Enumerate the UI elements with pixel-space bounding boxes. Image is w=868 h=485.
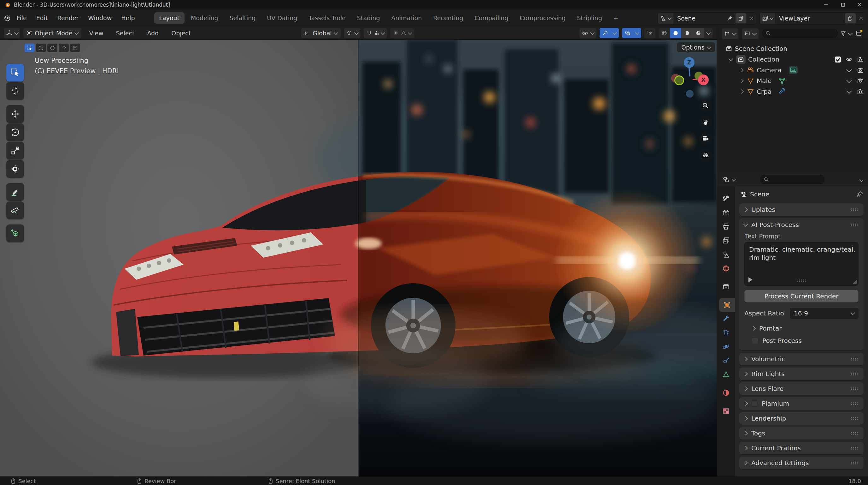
shading-wireframe-button[interactable] bbox=[658, 28, 670, 38]
tab-tassels-trole[interactable]: Tassels Trole bbox=[303, 12, 351, 24]
render-visibility-icon[interactable] bbox=[855, 67, 866, 74]
tab-stripling[interactable]: Stripling bbox=[572, 12, 607, 24]
tab-layout[interactable]: Layout bbox=[154, 12, 185, 24]
panel-togs[interactable]: Togs bbox=[739, 427, 864, 439]
menu-edit[interactable]: Edit bbox=[32, 12, 53, 23]
menu-file[interactable]: File bbox=[12, 12, 32, 23]
process-current-render-button[interactable]: Process Current Render bbox=[744, 290, 859, 303]
tab-world[interactable] bbox=[717, 261, 735, 275]
show-overlays-toggle[interactable] bbox=[622, 28, 641, 38]
tab-particles[interactable] bbox=[717, 326, 735, 340]
panel-advanced-tettings[interactable]: Advanced tettings bbox=[739, 457, 864, 469]
viewport-menu-object[interactable]: Object bbox=[166, 28, 195, 38]
shading-solid-button[interactable] bbox=[670, 28, 681, 38]
viewlayer-name[interactable]: ViewLayer bbox=[775, 12, 844, 24]
select-mode-extra[interactable] bbox=[70, 44, 80, 52]
tool-cursor[interactable] bbox=[6, 82, 24, 100]
properties-options-chevron[interactable] bbox=[860, 177, 863, 183]
render-visibility-icon[interactable] bbox=[855, 56, 866, 63]
mode-selector[interactable]: Object Mode bbox=[23, 28, 82, 38]
camera-view-button[interactable] bbox=[699, 132, 713, 146]
tool-add-cube[interactable] bbox=[6, 225, 24, 242]
outliner-filter-button[interactable] bbox=[838, 28, 855, 39]
hide-chevron-icon[interactable] bbox=[843, 77, 855, 84]
options-button[interactable]: Options bbox=[677, 42, 715, 52]
plamium-checkbox[interactable] bbox=[751, 400, 757, 407]
tab-texture[interactable] bbox=[717, 404, 735, 418]
remove-viewlayer-icon[interactable] bbox=[856, 12, 866, 24]
pivot-point-selector[interactable] bbox=[344, 28, 361, 38]
tab-scene[interactable] bbox=[717, 248, 735, 261]
menu-render[interactable]: Render bbox=[53, 12, 84, 23]
menu-window[interactable]: Window bbox=[83, 12, 116, 23]
transform-orientation-selector[interactable]: Global bbox=[301, 28, 341, 38]
tab-output[interactable] bbox=[717, 220, 735, 234]
select-mode-circle[interactable] bbox=[47, 44, 57, 52]
tool-transform[interactable] bbox=[6, 160, 24, 178]
select-mode-tweak[interactable] bbox=[25, 44, 35, 52]
show-gizmo-toggle[interactable] bbox=[599, 28, 619, 38]
tab-stading[interactable]: Stading bbox=[352, 12, 385, 24]
panel-ai-header[interactable]: AI Post-Process bbox=[739, 218, 864, 231]
tab-tool[interactable] bbox=[717, 192, 735, 206]
tool-annotate[interactable] bbox=[6, 183, 24, 201]
tab-material[interactable] bbox=[717, 386, 735, 400]
viewlayer-datablock-icon[interactable] bbox=[760, 12, 775, 24]
tab-compailing[interactable]: Compailing bbox=[470, 12, 514, 24]
editor-type-button[interactable] bbox=[4, 28, 20, 38]
render-visibility-icon[interactable] bbox=[855, 77, 866, 84]
new-scene-button[interactable] bbox=[736, 13, 746, 23]
blender-menu-logo-icon[interactable] bbox=[3, 14, 11, 22]
prompt-grip[interactable] bbox=[796, 279, 807, 282]
outliner-search-input[interactable] bbox=[762, 29, 838, 38]
object-visibility-button[interactable] bbox=[580, 28, 596, 38]
outliner-row-collection[interactable]: Collection bbox=[717, 54, 868, 64]
tab-constraints[interactable] bbox=[717, 354, 735, 368]
pin-scene-icon[interactable] bbox=[725, 12, 735, 24]
unlink-scene-icon[interactable] bbox=[747, 12, 756, 24]
panel-rim-lights[interactable]: Rim Lights bbox=[739, 368, 864, 380]
render-visibility-icon[interactable] bbox=[855, 88, 866, 95]
new-viewlayer-button[interactable] bbox=[845, 13, 856, 23]
menu-help[interactable]: Help bbox=[116, 12, 140, 23]
outliner-new-collection-button[interactable] bbox=[856, 29, 863, 37]
pan-button[interactable] bbox=[699, 115, 713, 129]
tab-collection[interactable] bbox=[717, 280, 735, 294]
prompt-resize-handle[interactable] bbox=[852, 280, 857, 284]
tab-modeling[interactable]: Modeling bbox=[186, 12, 223, 24]
collection-checkbox[interactable] bbox=[832, 56, 843, 63]
navigation-gizmo[interactable]: Z X bbox=[666, 54, 717, 104]
outliner-row-scene-collection[interactable]: Scene Collection bbox=[717, 44, 868, 54]
tab-render[interactable] bbox=[717, 206, 735, 220]
pin-id-icon[interactable] bbox=[857, 191, 863, 197]
aspect-ratio-select[interactable]: 16:9 bbox=[790, 308, 859, 319]
tab-object-data[interactable] bbox=[717, 368, 735, 381]
shading-material-button[interactable] bbox=[681, 28, 693, 38]
panel-lens-flare[interactable]: Lens Flare bbox=[739, 382, 864, 395]
panel-lendership[interactable]: Lendership bbox=[739, 412, 864, 425]
panel-volumetric[interactable]: Volumetric bbox=[739, 353, 864, 365]
outliner-row-camera[interactable]: Camera bbox=[717, 65, 868, 75]
shading-rendered-button[interactable] bbox=[693, 28, 704, 38]
hide-chevron-icon[interactable] bbox=[843, 88, 855, 95]
text-prompt-input[interactable]: Dramatic, cinematic, orange/teal, rim li… bbox=[744, 242, 859, 286]
panel-current-pratims[interactable]: Current Pratims bbox=[739, 442, 864, 454]
maximize-button[interactable] bbox=[838, 0, 848, 9]
outliner-row-male[interactable]: Male bbox=[717, 76, 868, 86]
zoom-button[interactable] bbox=[699, 99, 713, 113]
panel-plamium[interactable]: Plamium bbox=[739, 397, 864, 410]
select-mode-lasso[interactable] bbox=[59, 44, 69, 52]
gizmo-neg-z-axis[interactable] bbox=[686, 90, 693, 97]
prompt-play-icon[interactable] bbox=[748, 277, 752, 282]
hide-eye-icon[interactable] bbox=[843, 56, 855, 63]
add-workspace-button[interactable]: + bbox=[609, 12, 624, 24]
3d-viewport[interactable]: Object Mode View Select Add Object Globa… bbox=[0, 27, 717, 477]
perspective-toggle-button[interactable] bbox=[699, 148, 713, 162]
tool-move[interactable] bbox=[6, 105, 24, 123]
tab-selalting[interactable]: Selalting bbox=[224, 12, 261, 24]
properties-editor-type-button[interactable] bbox=[720, 174, 737, 185]
viewport-menu-select[interactable]: Select bbox=[111, 28, 140, 38]
panel-uplates[interactable]: Uplates bbox=[739, 203, 864, 216]
tab-comprocessing[interactable]: Comprocessing bbox=[515, 12, 571, 24]
scene-name[interactable]: Scene bbox=[673, 12, 725, 24]
